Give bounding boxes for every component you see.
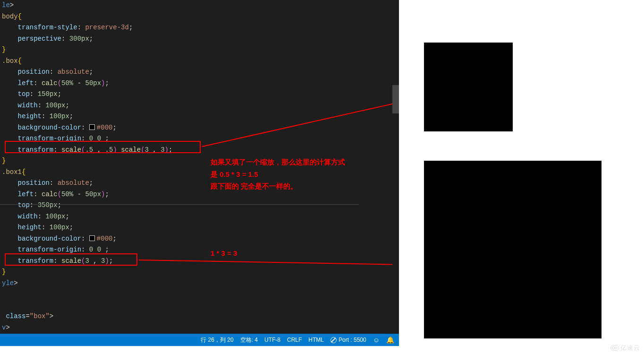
color-swatch [89,235,95,241]
code-line[interactable]: yle> [2,278,399,289]
status-port-label: Port : 5500 [339,337,366,343]
ban-icon [330,337,337,343]
watermark-icon [610,345,619,351]
feedback-icon[interactable]: ☺ [373,336,380,344]
code-line[interactable]: } [2,44,399,56]
editor-scrollbar[interactable] [392,0,399,334]
watermark: 亿速云 [610,344,640,352]
code-line[interactable]: width: 100px; [2,100,399,112]
status-bar: 行 26，列 20 空格: 4 UTF-8 CRLF HTML Port : 5… [0,334,399,346]
code-line[interactable]: } [2,267,399,278]
preview-box-scaled-1-5 [424,43,513,131]
editor-scrollbar-thumb[interactable] [392,85,399,113]
code-line[interactable]: left: calc(50% - 50px); [2,78,399,89]
code-line[interactable]: class="box"> [2,311,399,322]
status-line-col[interactable]: 行 26，列 20 [201,336,233,344]
editor-divider [0,204,359,205]
code-line[interactable]: top: 350px; [2,200,399,211]
preview-box-scaled-3 [424,161,602,338]
code-line[interactable]: background-color: #000; [2,234,399,245]
code-line[interactable]: left: calc(50% - 50px); [2,189,399,200]
code-line[interactable]: body{ [2,11,399,23]
status-live-server[interactable]: Port : 5500 [330,337,366,343]
code-line[interactable]: transform: scale(3 , 3); [2,256,399,267]
code-line[interactable]: position: absolute; [2,178,399,189]
status-eol[interactable]: CRLF [287,337,302,343]
color-swatch [89,124,95,130]
code-line[interactable]: background-color: #000; [2,122,399,134]
status-language[interactable]: HTML [308,337,324,343]
browser-preview: 亿速云 [399,0,644,355]
code-line[interactable]: .box{ [2,56,399,67]
code-line[interactable]: transform-origin: 0 0 ; [2,133,399,145]
code-line[interactable]: position: absolute; [2,67,399,78]
code-line[interactable]: v> [2,322,399,334]
code-line[interactable]: le> [2,0,399,11]
code-line[interactable] [2,289,399,300]
status-spaces[interactable]: 空格: 4 [240,336,258,344]
code-line[interactable]: height: 100px; [2,222,399,234]
watermark-text: 亿速云 [620,344,640,352]
code-line[interactable]: transform: scale(.5 , .5) scale(3 , 3); [2,145,399,156]
status-encoding[interactable]: UTF-8 [264,337,280,343]
code-line[interactable]: height: 100px; [2,111,399,122]
code-line[interactable]: top: 150px; [2,89,399,100]
code-line[interactable]: width: 100px; [2,211,399,223]
code-line[interactable]: } [2,156,399,167]
code-line[interactable]: perspective: 300px; [2,34,399,45]
code-line[interactable]: .box1{ [2,167,399,178]
notifications-icon[interactable]: 🔔 [386,336,394,344]
code-line[interactable]: transform-origin: 0 0 ; [2,244,399,256]
code-editor[interactable]: le>body{ transform-style: preserve-3d; p… [0,0,399,346]
code-line[interactable]: transform-style: preserve-3d; [2,22,399,34]
code-line[interactable] [2,300,399,312]
